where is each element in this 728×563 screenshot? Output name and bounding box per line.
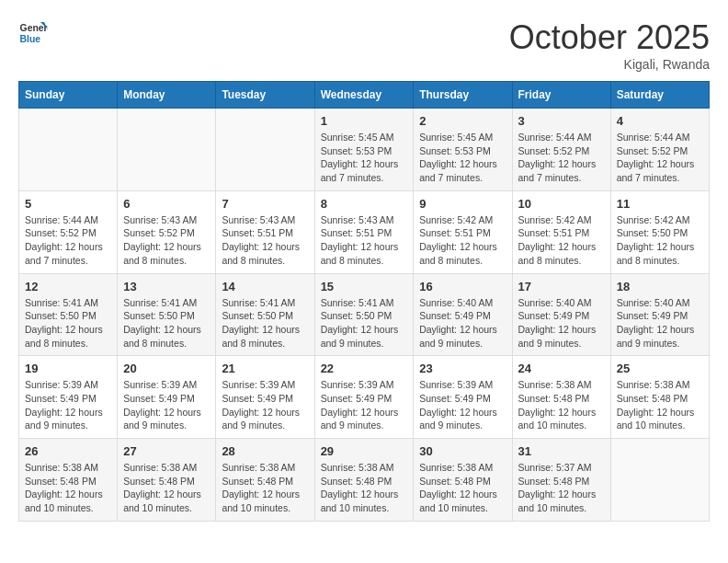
day-number: 22 (321, 362, 408, 375)
day-info: Sunrise: 5:42 AMSunset: 5:51 PMDaylight:… (518, 213, 605, 268)
column-header-wednesday: Wednesday (314, 82, 414, 109)
day-cell: 8Sunrise: 5:43 AMSunset: 5:51 PMDaylight… (314, 190, 414, 273)
day-cell (19, 109, 118, 191)
day-number: 8 (321, 197, 408, 211)
day-number: 28 (222, 444, 308, 458)
column-header-friday: Friday (512, 82, 610, 109)
day-number: 3 (518, 114, 605, 128)
day-cell: 17Sunrise: 5:40 AMSunset: 5:49 PMDayligh… (512, 273, 610, 356)
page-header: General Blue October 2025 Kigali, Rwanda (18, 18, 710, 72)
day-cell (118, 109, 216, 191)
day-info: Sunrise: 5:37 AMSunset: 5:48 PMDaylight:… (518, 461, 605, 515)
day-number: 6 (123, 197, 210, 211)
day-cell: 7Sunrise: 5:43 AMSunset: 5:51 PMDaylight… (216, 190, 314, 273)
day-cell: 6Sunrise: 5:43 AMSunset: 5:52 PMDaylight… (118, 190, 216, 273)
day-info: Sunrise: 5:39 AMSunset: 5:49 PMDaylight:… (321, 378, 408, 432)
day-number: 9 (419, 197, 506, 211)
column-header-thursday: Thursday (414, 82, 512, 109)
day-number: 20 (123, 362, 210, 375)
day-cell: 13Sunrise: 5:41 AMSunset: 5:50 PMDayligh… (118, 273, 216, 356)
day-cell (610, 439, 709, 522)
day-cell: 26Sunrise: 5:38 AMSunset: 5:48 PMDayligh… (19, 439, 118, 522)
day-info: Sunrise: 5:41 AMSunset: 5:50 PMDaylight:… (321, 296, 408, 350)
day-info: Sunrise: 5:44 AMSunset: 5:52 PMDaylight:… (518, 131, 605, 185)
day-number: 29 (321, 444, 408, 458)
day-cell: 22Sunrise: 5:39 AMSunset: 5:49 PMDayligh… (314, 356, 414, 439)
day-cell: 25Sunrise: 5:38 AMSunset: 5:48 PMDayligh… (610, 356, 709, 439)
day-info: Sunrise: 5:45 AMSunset: 5:53 PMDaylight:… (419, 131, 506, 185)
day-info: Sunrise: 5:38 AMSunset: 5:48 PMDaylight:… (123, 461, 210, 515)
day-number: 11 (617, 197, 703, 211)
day-number: 31 (518, 444, 605, 458)
day-cell: 19Sunrise: 5:39 AMSunset: 5:49 PMDayligh… (19, 356, 118, 439)
day-cell: 21Sunrise: 5:39 AMSunset: 5:49 PMDayligh… (216, 356, 314, 439)
day-cell: 11Sunrise: 5:42 AMSunset: 5:50 PMDayligh… (610, 190, 709, 273)
day-number: 21 (222, 362, 308, 375)
day-info: Sunrise: 5:39 AMSunset: 5:49 PMDaylight:… (25, 378, 111, 432)
month-title: October 2025 (509, 18, 710, 57)
calendar-table: SundayMondayTuesdayWednesdayThursdayFrid… (18, 81, 710, 522)
day-info: Sunrise: 5:38 AMSunset: 5:48 PMDaylight:… (321, 461, 408, 515)
day-number: 2 (419, 114, 506, 128)
column-header-saturday: Saturday (610, 82, 709, 109)
column-header-sunday: Sunday (19, 82, 118, 109)
day-info: Sunrise: 5:43 AMSunset: 5:52 PMDaylight:… (123, 213, 210, 268)
column-header-tuesday: Tuesday (216, 82, 314, 109)
week-row-1: 1Sunrise: 5:45 AMSunset: 5:53 PMDaylight… (19, 109, 710, 191)
day-cell: 1Sunrise: 5:45 AMSunset: 5:53 PMDaylight… (314, 109, 414, 191)
day-cell: 2Sunrise: 5:45 AMSunset: 5:53 PMDaylight… (414, 109, 512, 191)
day-info: Sunrise: 5:39 AMSunset: 5:49 PMDaylight:… (123, 378, 210, 432)
day-info: Sunrise: 5:43 AMSunset: 5:51 PMDaylight:… (321, 213, 408, 268)
day-info: Sunrise: 5:41 AMSunset: 5:50 PMDaylight:… (25, 296, 111, 350)
day-info: Sunrise: 5:40 AMSunset: 5:49 PMDaylight:… (617, 296, 703, 350)
day-cell: 12Sunrise: 5:41 AMSunset: 5:50 PMDayligh… (19, 273, 118, 356)
day-number: 23 (419, 362, 506, 375)
day-info: Sunrise: 5:43 AMSunset: 5:51 PMDaylight:… (222, 213, 308, 268)
day-number: 13 (123, 280, 210, 293)
day-number: 15 (321, 280, 408, 293)
week-row-2: 5Sunrise: 5:44 AMSunset: 5:52 PMDaylight… (19, 190, 710, 273)
day-number: 19 (25, 362, 111, 375)
day-info: Sunrise: 5:38 AMSunset: 5:48 PMDaylight:… (419, 461, 506, 515)
day-cell: 10Sunrise: 5:42 AMSunset: 5:51 PMDayligh… (512, 190, 610, 273)
day-cell: 4Sunrise: 5:44 AMSunset: 5:52 PMDaylight… (610, 109, 709, 191)
week-row-3: 12Sunrise: 5:41 AMSunset: 5:50 PMDayligh… (19, 273, 710, 356)
day-number: 5 (25, 197, 111, 211)
day-cell: 14Sunrise: 5:41 AMSunset: 5:50 PMDayligh… (216, 273, 314, 356)
svg-text:Blue: Blue (20, 34, 41, 44)
day-info: Sunrise: 5:45 AMSunset: 5:53 PMDaylight:… (321, 131, 408, 185)
day-cell: 18Sunrise: 5:40 AMSunset: 5:49 PMDayligh… (610, 273, 709, 356)
day-number: 1 (321, 114, 408, 128)
logo-icon: General Blue (18, 18, 48, 48)
day-cell: 3Sunrise: 5:44 AMSunset: 5:52 PMDaylight… (512, 109, 610, 191)
day-info: Sunrise: 5:41 AMSunset: 5:50 PMDaylight:… (123, 296, 210, 350)
day-cell: 30Sunrise: 5:38 AMSunset: 5:48 PMDayligh… (414, 439, 512, 522)
day-cell: 16Sunrise: 5:40 AMSunset: 5:49 PMDayligh… (414, 273, 512, 356)
day-cell: 5Sunrise: 5:44 AMSunset: 5:52 PMDaylight… (19, 190, 118, 273)
title-block: October 2025 Kigali, Rwanda (509, 18, 710, 72)
column-header-monday: Monday (118, 82, 216, 109)
day-cell: 28Sunrise: 5:38 AMSunset: 5:48 PMDayligh… (216, 439, 314, 522)
day-info: Sunrise: 5:38 AMSunset: 5:48 PMDaylight:… (518, 378, 605, 432)
day-info: Sunrise: 5:44 AMSunset: 5:52 PMDaylight:… (617, 131, 703, 185)
header-row: SundayMondayTuesdayWednesdayThursdayFrid… (19, 82, 710, 109)
week-row-5: 26Sunrise: 5:38 AMSunset: 5:48 PMDayligh… (19, 439, 710, 522)
day-number: 7 (222, 197, 308, 211)
day-cell: 29Sunrise: 5:38 AMSunset: 5:48 PMDayligh… (314, 439, 414, 522)
day-cell: 15Sunrise: 5:41 AMSunset: 5:50 PMDayligh… (314, 273, 414, 356)
day-number: 12 (25, 280, 111, 293)
day-number: 17 (518, 280, 605, 293)
day-number: 24 (518, 362, 605, 375)
location: Kigali, Rwanda (509, 57, 710, 72)
day-number: 4 (617, 114, 703, 128)
day-info: Sunrise: 5:38 AMSunset: 5:48 PMDaylight:… (25, 461, 111, 515)
logo: General Blue (18, 18, 48, 48)
day-info: Sunrise: 5:39 AMSunset: 5:49 PMDaylight:… (222, 378, 308, 432)
day-info: Sunrise: 5:44 AMSunset: 5:52 PMDaylight:… (25, 213, 111, 268)
day-cell: 24Sunrise: 5:38 AMSunset: 5:48 PMDayligh… (512, 356, 610, 439)
day-cell: 23Sunrise: 5:39 AMSunset: 5:49 PMDayligh… (414, 356, 512, 439)
day-info: Sunrise: 5:39 AMSunset: 5:49 PMDaylight:… (419, 378, 506, 432)
day-cell: 9Sunrise: 5:42 AMSunset: 5:51 PMDaylight… (414, 190, 512, 273)
day-cell: 20Sunrise: 5:39 AMSunset: 5:49 PMDayligh… (118, 356, 216, 439)
day-cell (216, 109, 314, 191)
